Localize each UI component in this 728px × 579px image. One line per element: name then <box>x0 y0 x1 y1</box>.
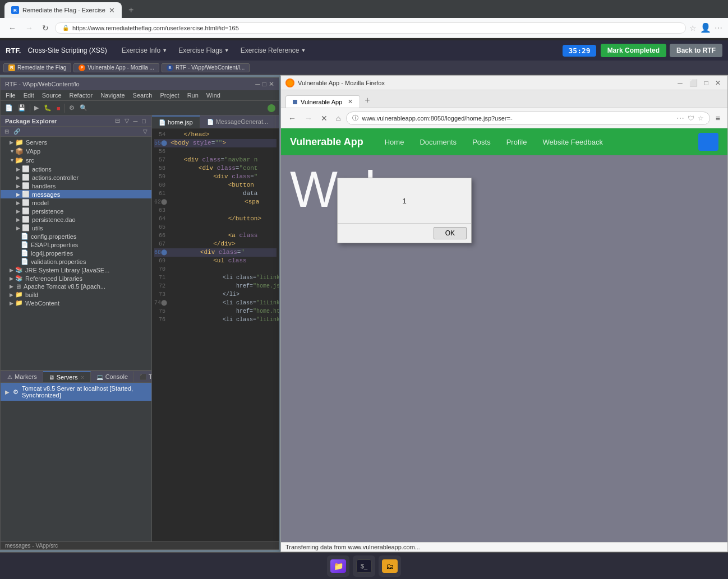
dialog-ok-button[interactable]: OK <box>434 227 467 239</box>
profile-icon[interactable]: 👤 <box>700 22 711 33</box>
ff-home-btn[interactable]: ⌂ <box>333 113 343 124</box>
pe-tool-down[interactable]: ▽ <box>141 128 149 135</box>
bottom-tab-markers[interactable]: ⚠ Markers <box>2 372 43 382</box>
tree-item-webcontent[interactable]: ▶ 📁 WebContent <box>1 299 151 307</box>
tree-item-referenced-libs[interactable]: ▶ 📚 Referenced Libraries <box>1 274 151 282</box>
extensions-icon[interactable]: ⋯ <box>715 24 722 33</box>
ff-back-btn[interactable]: ← <box>285 113 299 124</box>
code-line-75: 75 href="home.html#documents">Documents<… <box>154 307 277 316</box>
firefox-tab-vuln-app[interactable]: Vulnerable App ✕ <box>285 95 360 108</box>
ff-close-btn[interactable]: ✕ <box>713 79 723 87</box>
bottom-tab-servers[interactable]: 🖥 Servers ✕ <box>43 371 91 382</box>
ff-tab-close[interactable]: ✕ <box>348 98 353 105</box>
refresh-button[interactable]: ↻ <box>39 22 52 34</box>
vuln-app-nav-home[interactable]: Home <box>377 132 412 152</box>
exercise-flags-menu[interactable]: Exercise Flags ▼ <box>173 44 235 57</box>
eclipse-close-btn[interactable]: ✕ <box>269 80 274 88</box>
model-pkg-icon: ⬜ <box>22 199 30 206</box>
bookmark-icon[interactable]: ☆ <box>689 24 697 33</box>
pe-maximize-btn[interactable]: □ <box>141 117 147 124</box>
vuln-app-nav-feedback[interactable]: Website Feedback <box>535 132 611 152</box>
exercise-reference-menu[interactable]: Exercise Reference ▼ <box>235 44 312 57</box>
pe-collapse-btn[interactable]: ⊟ <box>114 117 121 124</box>
pe-tool-collapse-all[interactable]: ⊟ <box>3 128 11 135</box>
ff-restore-btn[interactable]: ⬜ <box>687 79 700 87</box>
tree-item-persistence-dao[interactable]: ▶ ⬜ persistence.dao <box>1 215 151 224</box>
editor-tab-message-generator[interactable]: 📄 MessageGenerat... <box>200 115 276 128</box>
menu-search[interactable]: Search <box>129 91 156 100</box>
exercise-info-menu[interactable]: Exercise Info ▼ <box>116 44 173 57</box>
tree-item-tomcat[interactable]: ▶ 🖥 Apache Tomcat v8.5 [Apach... <box>1 282 151 290</box>
taskbar-terminal-app[interactable]: $_ <box>353 555 375 577</box>
tree-item-messages[interactable]: ▶ ⬜ messages <box>1 190 151 198</box>
eclipse-tool-new[interactable]: 📄 <box>3 103 15 113</box>
menu-refactor[interactable]: Refactor <box>66 91 97 100</box>
new-tab-button[interactable]: + <box>124 4 138 16</box>
taskbar-item-firefox[interactable]: F Vulnerable App - Mozilla ... <box>73 63 159 72</box>
config-label: config.properties <box>31 233 76 240</box>
taskbar-files-app[interactable]: 📁 <box>327 555 349 577</box>
eclipse-tool-external-tools[interactable]: ⚙ <box>67 103 77 113</box>
ff-forward-btn[interactable]: → <box>302 113 315 124</box>
messages-pkg-icon: ⬜ <box>22 191 30 198</box>
tab-close-icon[interactable]: ✕ <box>109 6 115 15</box>
menu-project[interactable]: Project <box>156 91 183 100</box>
ff-reload-btn[interactable]: ✕ <box>318 113 330 124</box>
ff-extensions-btn[interactable]: ≡ <box>713 113 723 124</box>
actions-ctrl-expand-icon: ▶ <box>16 175 22 180</box>
taskbar-folder-app[interactable]: 🗂 <box>379 555 401 577</box>
code-line-59: 59 <div class=" <box>154 173 277 181</box>
tree-item-persistence[interactable]: ▶ ⬜ persistence <box>1 207 151 215</box>
tomcat-server-row[interactable]: ▶ ⚙ Tomcat v8.5 Server at localhost [Sta… <box>1 383 151 401</box>
editor-tab-home-jsp[interactable]: 📄 home.jsp <box>152 115 200 128</box>
eclipse-tool-debug[interactable]: 🐛 <box>42 103 54 113</box>
tree-item-utils[interactable]: ▶ ⬜ utils <box>1 224 151 232</box>
eclipse-tool-run[interactable]: ▶ <box>32 103 41 113</box>
tree-item-config[interactable]: 📄 config.properties <box>1 232 151 240</box>
vuln-app-nav-profile[interactable]: Profile <box>499 132 535 152</box>
tree-item-model[interactable]: ▶ ⬜ model <box>1 198 151 207</box>
eclipse-tool-stop[interactable]: ■ <box>54 104 63 113</box>
eclipse-maximize-btn[interactable]: □ <box>262 80 266 88</box>
bottom-tab-console[interactable]: 💻 Console <box>91 372 134 382</box>
menu-source[interactable]: Source <box>38 91 66 100</box>
vuln-app-nav-documents[interactable]: Documents <box>412 132 464 152</box>
menu-run[interactable]: Run <box>183 91 202 100</box>
tree-item-actions[interactable]: ▶ ⬜ actions <box>1 165 151 173</box>
browser-tab[interactable]: R Remediate the Flag - Exercise ✕ <box>4 2 122 18</box>
menu-file[interactable]: File <box>2 91 20 100</box>
back-to-rtf-button[interactable]: Back to RTF <box>670 44 722 57</box>
tree-item-actions-controller[interactable]: ▶ ⬜ actions.controller <box>1 173 151 182</box>
tree-item-jre[interactable]: ▶ 📚 JRE System Library [JavaSE... <box>1 266 151 274</box>
tree-item-validation[interactable]: 📄 validation.properties <box>1 257 151 266</box>
menu-navigate[interactable]: Navigate <box>96 91 128 100</box>
pe-tool-link[interactable]: 🔗 <box>12 128 22 135</box>
ff-min-btn[interactable]: ─ <box>675 79 685 87</box>
eclipse-tool-search[interactable]: 🔍 <box>77 103 90 113</box>
ff-max-btn[interactable]: □ <box>702 79 711 87</box>
menu-edit[interactable]: Edit <box>20 91 38 100</box>
eclipse-tool-save[interactable]: 💾 <box>16 103 28 113</box>
tree-item-servers[interactable]: ▶ 📁 Servers <box>1 138 151 147</box>
forward-button[interactable]: → <box>22 22 36 34</box>
ff-new-tab-btn[interactable]: + <box>361 94 373 106</box>
taskbar-item-rtf[interactable]: R Remediate the Flag <box>3 63 71 72</box>
pe-minimize-btn[interactable]: ─ <box>132 117 139 124</box>
back-button[interactable]: ← <box>6 22 19 34</box>
bottom-tab-terminal[interactable]: ⬛ Terminal <box>134 372 151 382</box>
mark-completed-button[interactable]: Mark Completed <box>601 44 666 57</box>
menu-window[interactable]: Wind <box>202 91 224 100</box>
servers-expand-icon: ▶ <box>10 140 15 145</box>
eclipse-minimize-btn[interactable]: ─ <box>255 80 260 88</box>
tree-item-vapp[interactable]: ▼ 📦 VApp <box>1 147 151 156</box>
ff-address-bar[interactable]: ⓘ www.vulnerableapp.com:8050/logged/home… <box>346 112 709 125</box>
taskbar-item-eclipse[interactable]: E RTF - VApp/WebContent/l... <box>162 63 250 72</box>
tree-item-esapi[interactable]: 📄 ESAPI.properties <box>1 240 151 249</box>
tree-item-src[interactable]: ▼ 📂 src <box>1 156 151 165</box>
tree-item-build[interactable]: ▶ 📁 build <box>1 290 151 299</box>
vuln-app-nav-posts[interactable]: Posts <box>464 132 499 152</box>
pe-menu-btn[interactable]: ▽ <box>123 117 130 124</box>
tree-item-log4j[interactable]: 📄 log4j.properties <box>1 249 151 257</box>
address-bar[interactable]: 🔒 https://www.remediatetheflag.com/user/… <box>55 22 686 34</box>
tree-item-handlers[interactable]: ▶ ⬜ handlers <box>1 182 151 190</box>
